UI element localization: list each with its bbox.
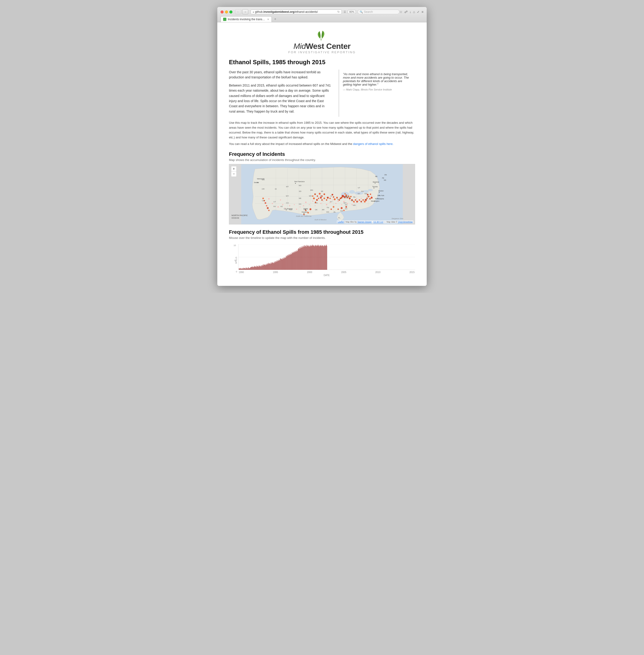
leaflet-link[interactable]: Leaflet: [338, 221, 344, 223]
svg-rect-273: [284, 258, 285, 270]
map-section-subtext: Map shows the accumulation of incidents …: [229, 158, 415, 162]
svg-point-6: [368, 189, 373, 191]
tab-favicon: [223, 18, 226, 21]
svg-text:MN: MN: [310, 189, 313, 191]
maximize-button[interactable]: [229, 10, 232, 14]
svg-point-135: [340, 197, 341, 199]
stamen-link[interactable]: Stamen Design: [358, 221, 372, 223]
svg-point-122: [356, 198, 357, 199]
svg-rect-248: [270, 263, 270, 270]
svg-rect-270: [282, 258, 283, 270]
svg-point-110: [323, 201, 324, 202]
svg-rect-205: [244, 268, 245, 270]
svg-rect-339: [323, 246, 324, 270]
page-content: MidWest Center for INVESTIGATIVE REPORTI…: [217, 22, 427, 286]
svg-rect-306: [304, 247, 304, 270]
svg-rect-321: [313, 245, 313, 270]
svg-rect-197: [239, 268, 240, 270]
svg-rect-310: [306, 247, 306, 270]
svg-text:AR: AR: [322, 209, 324, 211]
svg-text:NY: NY: [358, 193, 360, 195]
article-title: Ethanol Spills, 1985 through 2015: [229, 59, 415, 66]
svg-point-123: [359, 201, 360, 202]
bookmark-icon[interactable]: ☆: [399, 10, 402, 14]
reader-view-button[interactable]: ☰: [344, 10, 346, 14]
svg-point-116: [341, 204, 342, 205]
reload-button[interactable]: ↻: [337, 10, 340, 14]
svg-point-115: [337, 201, 339, 202]
svg-text:ON: ON: [384, 174, 387, 176]
search-bar[interactable]: 🔍 Search: [358, 9, 399, 14]
svg-point-189: [360, 201, 362, 202]
svg-text:Toronto: Toronto: [372, 186, 377, 187]
download-icon[interactable]: ↓: [410, 10, 411, 14]
svg-rect-196: [239, 268, 239, 270]
svg-rect-208: [246, 267, 246, 270]
svg-text:Houston: Houston: [302, 211, 308, 213]
shield-icon[interactable]: ✓: [417, 10, 420, 14]
svg-point-150: [321, 199, 323, 201]
svg-rect-341: [324, 245, 325, 270]
zoom-level[interactable]: 80%: [348, 10, 356, 14]
chart-x-label: DATE: [238, 274, 415, 277]
map-zoom-in-button[interactable]: +: [231, 166, 236, 171]
svg-point-96: [282, 204, 283, 205]
svg-rect-308: [305, 246, 305, 270]
svg-rect-202: [243, 268, 243, 270]
svg-rect-237: [263, 265, 263, 270]
svg-rect-314: [308, 246, 309, 270]
svg-rect-199: [240, 268, 241, 270]
close-button[interactable]: [221, 10, 224, 14]
cc-link[interactable]: CC BY 3.0: [373, 221, 383, 223]
tab-close-button[interactable]: ✕: [267, 18, 269, 21]
map-zoom-out-button[interactable]: −: [231, 171, 236, 177]
map-background: WA OR CA ID MT ND SD NE KS WY CO NV UT A…: [229, 164, 415, 224]
svg-rect-329: [317, 246, 318, 270]
svg-point-173: [262, 197, 264, 199]
svg-rect-224: [255, 266, 256, 270]
svg-rect-335: [321, 245, 321, 270]
address-bar[interactable]: ● github.investigatemidwest.org/ethanol-…: [251, 9, 342, 14]
map-container: WA OR CA ID MT ND SD NE KS WY CO NV UT A…: [229, 164, 415, 225]
svg-rect-231: [259, 266, 260, 270]
svg-point-104: [305, 202, 307, 203]
svg-rect-317: [310, 246, 310, 270]
svg-text:NB: NB: [375, 176, 377, 177]
svg-point-109: [320, 203, 322, 204]
svg-rect-315: [309, 245, 309, 270]
svg-rect-336: [321, 246, 322, 270]
svg-point-138: [350, 196, 351, 197]
svg-rect-266: [280, 258, 281, 270]
svg-point-88: [304, 213, 304, 214]
body-p1: Use this map to track the increase in et…: [229, 120, 415, 140]
dangers-link[interactable]: dangers of ethanol spills here.: [353, 142, 393, 146]
home-icon[interactable]: ⌂: [413, 10, 415, 14]
reading-list-icon[interactable]: ☍: [405, 10, 408, 14]
chart-section-subtext: Mouse over the timeline to update the ma…: [229, 236, 415, 239]
map-zoom-controls: + −: [231, 166, 237, 177]
svg-rect-218: [252, 267, 252, 270]
svg-text:Montréal: Montréal: [373, 181, 379, 183]
svg-point-106: [312, 201, 314, 202]
svg-rect-305: [303, 246, 304, 270]
svg-rect-245: [268, 264, 268, 270]
new-tab-button[interactable]: +: [273, 17, 278, 22]
svg-point-100: [294, 204, 295, 205]
osm-link[interactable]: OpenStreetMap: [398, 221, 413, 223]
svg-text:CO: CO: [286, 202, 289, 204]
back-button[interactable]: ←: [235, 9, 241, 15]
menu-icon[interactable]: ≡: [421, 10, 423, 14]
map-section-heading: Frequency of Incidents: [229, 151, 415, 157]
svg-rect-221: [254, 267, 254, 270]
svg-point-166: [341, 207, 343, 209]
minimize-button[interactable]: [225, 10, 228, 14]
forward-button[interactable]: →: [242, 9, 248, 15]
svg-point-155: [313, 197, 315, 199]
svg-rect-239: [264, 265, 264, 270]
intro-section: Over the past 30 years, ethanol spills h…: [229, 70, 415, 117]
active-tab[interactable]: Incidents involving the transporta... ✕: [221, 16, 272, 22]
svg-rect-232: [260, 266, 260, 270]
svg-rect-332: [319, 246, 319, 270]
svg-rect-280: [288, 255, 289, 270]
svg-text:GA: GA: [340, 210, 343, 212]
